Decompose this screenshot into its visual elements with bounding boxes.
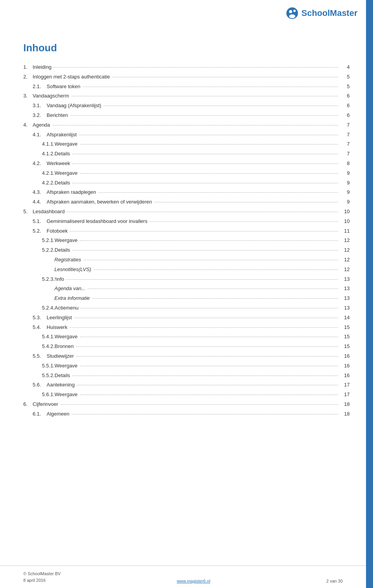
toc-label: Inleiding — [33, 63, 51, 71]
toc-label: Leerlinglijst — [47, 314, 72, 322]
toc-number: 5.1. — [23, 217, 47, 226]
toc-page: 9 — [340, 169, 350, 177]
svg-point-2 — [293, 10, 296, 12]
toc-page: 13 — [340, 304, 350, 312]
toc-label: Details — [55, 246, 70, 254]
toc-dots — [67, 212, 338, 212]
toc-dots — [70, 115, 338, 116]
toc-dots — [154, 202, 338, 202]
toc-page: 12 — [340, 256, 350, 264]
toc-number: 4.3. — [23, 188, 47, 197]
toc-page: 12 — [340, 266, 350, 274]
toc-item: 4.3.Afspraken raadplegen9 — [23, 188, 350, 197]
toc-page: 13 — [340, 275, 350, 284]
toc-label: Details — [55, 179, 70, 187]
toc-number: 4.2. — [23, 160, 47, 168]
toc-item: Agenda van...13 — [23, 285, 350, 293]
svg-point-3 — [289, 14, 295, 18]
toc-number: 3.1. — [23, 102, 47, 110]
toc-number: 5.2.1. — [23, 237, 55, 245]
toc-item: 5.1.Geminimaliseerd lesdashboard voor in… — [23, 217, 350, 226]
toc-item: 4.1.2.Details7 — [23, 150, 350, 158]
toc-dots — [104, 106, 338, 106]
toc-page: 11 — [340, 227, 350, 235]
toc-number: 5.2. — [23, 227, 47, 235]
toc-number: 5.6.1. — [23, 391, 55, 399]
toc-label: Weergave — [55, 237, 78, 245]
toc-item: 1.Inleiding4 — [23, 63, 350, 71]
toc-item: 4.1.Afsprakenlijst7 — [23, 131, 350, 139]
toc-page: 9 — [340, 179, 350, 187]
toc-dots — [150, 221, 338, 222]
toc-dots — [94, 270, 338, 270]
toc-item: 5.4.2.Bronnen15 — [23, 343, 350, 351]
toc-item: 6.Cijferinvoer18 — [23, 400, 350, 409]
toc-dots — [72, 183, 338, 183]
toc-page: 15 — [340, 333, 350, 341]
toc-item: 4.4.Afspraken aanmaken, bewerken of verw… — [23, 198, 350, 206]
toc-item: 5.3.Leerlinglijst14 — [23, 314, 350, 322]
toc-dots — [66, 279, 338, 280]
toc-label: Weergave — [55, 333, 78, 341]
toc-number: 5.6. — [23, 381, 47, 389]
toc-number: 5.5.1. — [23, 362, 55, 370]
toc-dots — [80, 337, 338, 337]
toc-item: Registraties12 — [23, 256, 350, 264]
toc-page: 18 — [340, 410, 350, 418]
toc-dots — [72, 154, 338, 154]
toc-page: 7 — [340, 140, 350, 148]
toc-page: 13 — [340, 285, 350, 293]
toc-dots — [88, 289, 338, 289]
toc-dots — [52, 125, 338, 125]
toc-number: 4.2.2. — [23, 179, 55, 187]
toc-page: 17 — [340, 381, 350, 389]
toc-page: 7 — [340, 150, 350, 158]
toc-label: Agenda van... — [54, 285, 85, 293]
toc-page: 13 — [340, 294, 350, 303]
toc-item: 5.4.1.Weergave15 — [23, 333, 350, 341]
toc-page: 7 — [340, 131, 350, 139]
toc-dots — [54, 67, 338, 68]
toc-label: Vandaag (Afsprakenlijst) — [47, 102, 101, 110]
toc-number: 5.4. — [23, 324, 47, 332]
toc-label: Cijferinvoer — [33, 400, 58, 409]
footer-left: © SchoolMaster BV 8 april 2016 — [23, 571, 61, 583]
toc-dots — [80, 366, 338, 366]
toc-label: Details — [55, 372, 70, 380]
toc-item: 4.1.1.Weergave7 — [23, 140, 350, 148]
toc-page: 8 — [340, 160, 350, 168]
table-of-contents: 1.Inleiding42.Inloggen met 2-staps authe… — [23, 63, 350, 418]
toc-label: Vandaagscherm — [33, 92, 69, 100]
toc-dots — [61, 404, 338, 405]
toc-label: Afsprakenlijst — [47, 131, 77, 139]
toc-item: 2.Inloggen met 2-staps authenticatie5 — [23, 73, 350, 81]
toc-page: 6 — [340, 92, 350, 100]
toc-page: 4 — [340, 63, 350, 71]
toc-label: Inloggen met 2-staps authenticatie — [33, 73, 110, 81]
footer-company: © SchoolMaster BV — [23, 571, 61, 577]
toc-label: Afspraken aanmaken, bewerken of verwijde… — [47, 198, 152, 206]
footer-link[interactable]: www.magister6.nl — [177, 579, 210, 583]
toc-dots — [83, 87, 338, 87]
toc-number: 4.1.2. — [23, 150, 55, 158]
toc-item: 3.2.Berichten6 — [23, 111, 350, 120]
toc-number: 3.2. — [23, 111, 47, 120]
toc-page: 9 — [340, 188, 350, 197]
toc-number: 1. — [23, 63, 33, 71]
toc-page: 5 — [340, 83, 350, 91]
toc-label: Studiewijzer — [47, 352, 74, 360]
footer-page: 2 van 30 — [326, 579, 343, 583]
main-content: Inhoud 1.Inleiding42.Inloggen met 2-stap… — [0, 26, 373, 451]
toc-dots — [80, 144, 338, 144]
toc-number: 5.5.2. — [23, 372, 55, 380]
toc-number: 3. — [23, 92, 33, 100]
toc-dots — [76, 356, 338, 357]
toc-label: Weergave — [55, 362, 78, 370]
toc-dots — [81, 308, 338, 308]
toc-label: Registraties — [54, 256, 81, 264]
toc-item: 2.1.Software token5 — [23, 83, 350, 91]
toc-label: Geminimaliseerd lesdashboard voor invall… — [47, 217, 147, 226]
toc-item: 5.2.2.Details12 — [23, 246, 350, 254]
toc-item: 4.2.Werkweek8 — [23, 160, 350, 168]
toc-item: 5.5.1.Weergave16 — [23, 362, 350, 370]
